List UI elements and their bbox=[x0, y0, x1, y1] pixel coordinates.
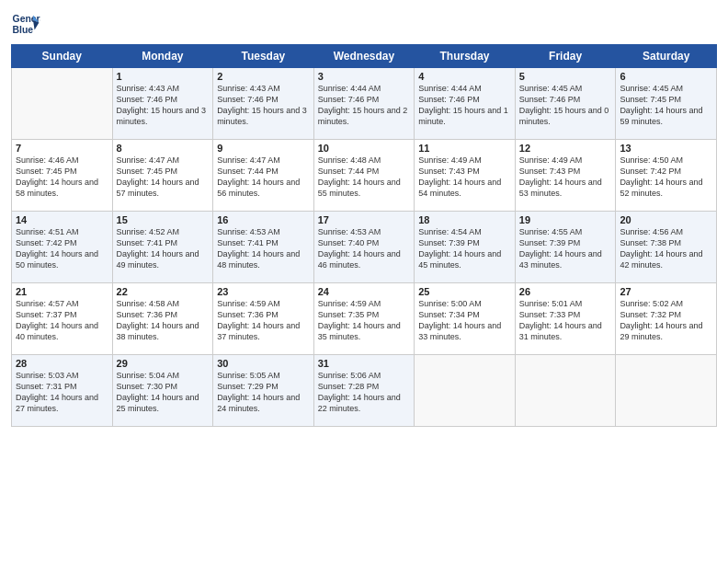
day-info: Sunrise: 4:45 AM Sunset: 7:46 PM Dayligh… bbox=[519, 83, 612, 128]
sunset-text: Sunset: 7:42 PM bbox=[620, 167, 681, 176]
calendar-cell: 20 Sunrise: 4:56 AM Sunset: 7:38 PM Dayl… bbox=[616, 212, 717, 283]
calendar-cell: 19 Sunrise: 4:55 AM Sunset: 7:39 PM Dayl… bbox=[515, 212, 616, 283]
daylight-text: Daylight: 14 hours and 53 minutes. bbox=[519, 178, 602, 198]
calendar-cell: 27 Sunrise: 5:02 AM Sunset: 7:32 PM Dayl… bbox=[616, 283, 717, 355]
daylight-text: Daylight: 14 hours and 48 minutes. bbox=[217, 249, 300, 270]
day-number: 7 bbox=[16, 143, 108, 154]
sunrise-text: Sunrise: 5:04 AM bbox=[117, 371, 180, 380]
calendar-cell: 26 Sunrise: 5:01 AM Sunset: 7:33 PM Dayl… bbox=[515, 283, 616, 355]
sunset-text: Sunset: 7:41 PM bbox=[217, 238, 279, 247]
sunrise-text: Sunrise: 4:47 AM bbox=[117, 155, 180, 165]
sunset-text: Sunset: 7:45 PM bbox=[620, 95, 681, 104]
sunset-text: Sunset: 7:46 PM bbox=[418, 95, 480, 104]
sunset-text: Sunset: 7:44 PM bbox=[318, 167, 380, 176]
sunrise-text: Sunrise: 4:45 AM bbox=[519, 84, 583, 93]
day-of-week-friday: Friday bbox=[515, 45, 616, 68]
calendar-cell: 9 Sunrise: 4:47 AM Sunset: 7:44 PM Dayli… bbox=[213, 140, 314, 212]
sunrise-text: Sunrise: 4:49 AM bbox=[418, 155, 482, 165]
sunset-text: Sunset: 7:46 PM bbox=[217, 95, 279, 104]
sunrise-text: Sunrise: 4:53 AM bbox=[217, 227, 280, 236]
daylight-text: Daylight: 14 hours and 49 minutes. bbox=[117, 249, 199, 270]
daylight-text: Daylight: 15 hours and 2 minutes. bbox=[318, 106, 408, 126]
day-number: 10 bbox=[318, 143, 411, 154]
calendar-cell: 2 Sunrise: 4:43 AM Sunset: 7:46 PM Dayli… bbox=[213, 68, 314, 140]
calendar-cell: 3 Sunrise: 4:44 AM Sunset: 7:46 PM Dayli… bbox=[313, 68, 415, 140]
day-info: Sunrise: 4:53 AM Sunset: 7:40 PM Dayligh… bbox=[318, 226, 411, 271]
day-info: Sunrise: 4:53 AM Sunset: 7:41 PM Dayligh… bbox=[217, 226, 310, 271]
daylight-text: Daylight: 14 hours and 59 minutes. bbox=[620, 106, 702, 126]
daylight-text: Daylight: 14 hours and 25 minutes. bbox=[117, 393, 199, 413]
calendar-week-row: 7 Sunrise: 4:46 AM Sunset: 7:45 PM Dayli… bbox=[12, 140, 717, 212]
sunrise-text: Sunrise: 4:57 AM bbox=[16, 299, 79, 308]
sunset-text: Sunset: 7:36 PM bbox=[217, 310, 279, 319]
day-info: Sunrise: 4:51 AM Sunset: 7:42 PM Dayligh… bbox=[16, 226, 108, 271]
calendar-cell: 24 Sunrise: 4:59 AM Sunset: 7:35 PM Dayl… bbox=[313, 283, 415, 355]
day-info: Sunrise: 5:06 AM Sunset: 7:28 PM Dayligh… bbox=[318, 370, 411, 415]
calendar-cell: 29 Sunrise: 5:04 AM Sunset: 7:30 PM Dayl… bbox=[112, 355, 213, 427]
day-info: Sunrise: 4:43 AM Sunset: 7:46 PM Dayligh… bbox=[217, 83, 310, 128]
day-info: Sunrise: 5:01 AM Sunset: 7:33 PM Dayligh… bbox=[519, 298, 612, 343]
day-info: Sunrise: 4:49 AM Sunset: 7:43 PM Dayligh… bbox=[418, 155, 511, 200]
calendar-cell: 23 Sunrise: 4:59 AM Sunset: 7:36 PM Dayl… bbox=[213, 283, 314, 355]
day-of-week-monday: Monday bbox=[112, 45, 213, 68]
daylight-text: Daylight: 14 hours and 57 minutes. bbox=[117, 178, 199, 198]
sunset-text: Sunset: 7:40 PM bbox=[318, 238, 380, 247]
calendar-cell: 13 Sunrise: 4:50 AM Sunset: 7:42 PM Dayl… bbox=[616, 140, 717, 212]
sunset-text: Sunset: 7:46 PM bbox=[318, 95, 380, 104]
calendar-cell: 28 Sunrise: 5:03 AM Sunset: 7:31 PM Dayl… bbox=[12, 355, 113, 427]
sunset-text: Sunset: 7:45 PM bbox=[16, 167, 77, 176]
daylight-text: Daylight: 14 hours and 40 minutes. bbox=[16, 321, 98, 341]
day-number: 1 bbox=[117, 71, 210, 82]
calendar-cell: 7 Sunrise: 4:46 AM Sunset: 7:45 PM Dayli… bbox=[12, 140, 113, 212]
calendar-week-row: 21 Sunrise: 4:57 AM Sunset: 7:37 PM Dayl… bbox=[12, 283, 717, 355]
day-number: 19 bbox=[519, 214, 612, 225]
day-number: 17 bbox=[318, 214, 411, 225]
calendar-cell: 25 Sunrise: 5:00 AM Sunset: 7:34 PM Dayl… bbox=[415, 283, 516, 355]
sunrise-text: Sunrise: 4:44 AM bbox=[418, 84, 482, 93]
daylight-text: Daylight: 14 hours and 58 minutes. bbox=[16, 178, 98, 198]
day-of-week-tuesday: Tuesday bbox=[213, 45, 314, 68]
calendar-cell: 30 Sunrise: 5:05 AM Sunset: 7:29 PM Dayl… bbox=[213, 355, 314, 427]
day-number: 6 bbox=[620, 71, 712, 82]
daylight-text: Daylight: 14 hours and 35 minutes. bbox=[318, 321, 401, 341]
day-of-week-sunday: Sunday bbox=[12, 45, 113, 68]
day-info: Sunrise: 5:04 AM Sunset: 7:30 PM Dayligh… bbox=[117, 370, 210, 415]
sunset-text: Sunset: 7:28 PM bbox=[318, 382, 380, 391]
daylight-text: Daylight: 14 hours and 52 minutes. bbox=[620, 178, 702, 198]
day-info: Sunrise: 4:52 AM Sunset: 7:41 PM Dayligh… bbox=[117, 226, 210, 271]
day-info: Sunrise: 4:49 AM Sunset: 7:43 PM Dayligh… bbox=[519, 155, 612, 200]
calendar-cell bbox=[515, 355, 616, 427]
day-info: Sunrise: 4:43 AM Sunset: 7:46 PM Dayligh… bbox=[117, 83, 210, 128]
sunset-text: Sunset: 7:46 PM bbox=[117, 95, 178, 104]
calendar-cell: 21 Sunrise: 4:57 AM Sunset: 7:37 PM Dayl… bbox=[12, 283, 113, 355]
daylight-text: Daylight: 15 hours and 1 minute. bbox=[418, 106, 508, 126]
sunset-text: Sunset: 7:31 PM bbox=[16, 382, 77, 391]
daylight-text: Daylight: 15 hours and 3 minutes. bbox=[117, 106, 207, 126]
sunrise-text: Sunrise: 4:49 AM bbox=[519, 155, 583, 165]
daylight-text: Daylight: 14 hours and 45 minutes. bbox=[418, 249, 501, 270]
sunset-text: Sunset: 7:36 PM bbox=[117, 310, 178, 319]
calendar-cell: 12 Sunrise: 4:49 AM Sunset: 7:43 PM Dayl… bbox=[515, 140, 616, 212]
sunset-text: Sunset: 7:29 PM bbox=[217, 382, 279, 391]
day-number: 26 bbox=[519, 286, 612, 297]
calendar-cell bbox=[616, 355, 717, 427]
sunset-text: Sunset: 7:42 PM bbox=[16, 238, 77, 247]
sunrise-text: Sunrise: 4:46 AM bbox=[16, 155, 79, 165]
daylight-text: Daylight: 14 hours and 43 minutes. bbox=[519, 249, 602, 270]
day-info: Sunrise: 5:05 AM Sunset: 7:29 PM Dayligh… bbox=[217, 370, 310, 415]
sunset-text: Sunset: 7:34 PM bbox=[418, 310, 480, 319]
sunrise-text: Sunrise: 4:50 AM bbox=[620, 155, 683, 165]
day-info: Sunrise: 4:59 AM Sunset: 7:36 PM Dayligh… bbox=[217, 298, 310, 343]
sunrise-text: Sunrise: 4:59 AM bbox=[217, 299, 280, 308]
sunrise-text: Sunrise: 4:54 AM bbox=[418, 227, 482, 236]
daylight-text: Daylight: 14 hours and 22 minutes. bbox=[318, 393, 401, 413]
sunrise-text: Sunrise: 4:51 AM bbox=[16, 227, 79, 236]
day-number: 13 bbox=[620, 143, 712, 154]
daylight-text: Daylight: 14 hours and 55 minutes. bbox=[318, 178, 401, 198]
sunset-text: Sunset: 7:43 PM bbox=[519, 167, 581, 176]
svg-text:Blue: Blue bbox=[13, 25, 34, 35]
day-info: Sunrise: 4:47 AM Sunset: 7:44 PM Dayligh… bbox=[217, 155, 310, 200]
calendar-cell: 4 Sunrise: 4:44 AM Sunset: 7:46 PM Dayli… bbox=[415, 68, 516, 140]
daylight-text: Daylight: 14 hours and 54 minutes. bbox=[418, 178, 501, 198]
sunrise-text: Sunrise: 5:05 AM bbox=[217, 371, 280, 380]
